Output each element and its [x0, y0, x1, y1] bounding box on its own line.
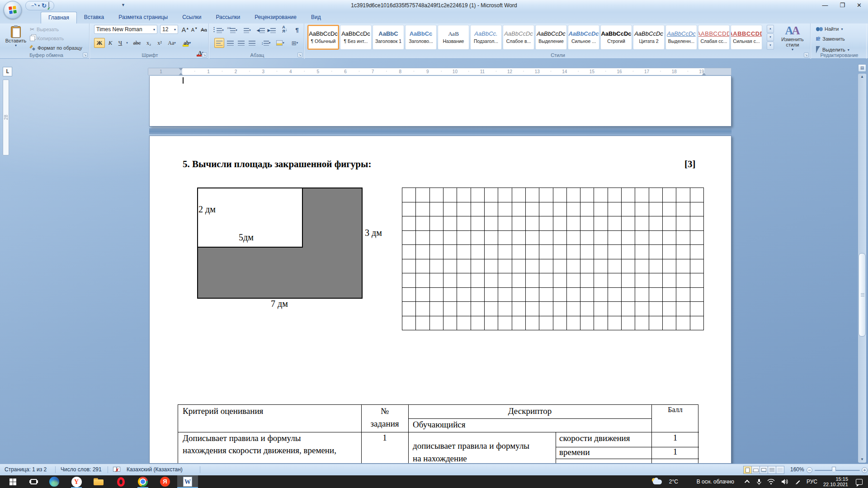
- zoom-slider-track[interactable]: [815, 470, 860, 471]
- style-chip[interactable]: AaBbCcDcВыделенн...: [665, 25, 697, 50]
- taskbar-yandex[interactable]: Я: [156, 475, 174, 488]
- weather-temp[interactable]: 2°C: [669, 479, 678, 485]
- line-spacing-button[interactable]: ↕▾: [259, 38, 272, 48]
- strikethrough-button[interactable]: abc: [131, 38, 143, 48]
- paste-dropdown-icon[interactable]: ▾: [15, 43, 17, 47]
- page-2[interactable]: 5. Вычисли площадь закрашенной фигуры: […: [149, 136, 731, 464]
- shading-button[interactable]: ▾: [274, 38, 287, 48]
- web-layout-button[interactable]: [760, 466, 768, 474]
- first-line-indent-marker[interactable]: [179, 68, 183, 70]
- scrollbar-thumb[interactable]: [859, 253, 866, 337]
- taskbar-chrome[interactable]: [134, 475, 152, 488]
- task-view-button[interactable]: [24, 475, 42, 488]
- underline-dropdown-icon[interactable]: ▾: [125, 38, 129, 48]
- microphone-icon[interactable]: [756, 479, 762, 485]
- ribbon-tab[interactable]: Рецензирование: [247, 12, 304, 23]
- style-chip[interactable]: AaBbCcDcСильное ...: [568, 25, 599, 50]
- outline-button[interactable]: [768, 466, 776, 474]
- replace-button[interactable]: abac Заменить: [816, 36, 845, 42]
- multilevel-list-button[interactable]: ▾: [241, 25, 253, 35]
- weather-icon[interactable]: [651, 478, 663, 485]
- superscript-button[interactable]: x²: [155, 38, 165, 48]
- chevron-down-icon[interactable]: ▾: [153, 28, 155, 32]
- style-chip[interactable]: AaBbCcDcСлабое в...: [503, 25, 534, 50]
- taskbar-edge[interactable]: [45, 475, 63, 488]
- style-chip[interactable]: AaBbCcDcСтрогий: [600, 25, 632, 50]
- styles-scroll-up-icon[interactable]: ▲: [767, 25, 774, 33]
- style-chip[interactable]: AABBCCDDСильная с...: [731, 25, 762, 50]
- close-button[interactable]: ✕: [857, 0, 862, 11]
- style-chip[interactable]: AABBCCDDСлабая сс...: [698, 25, 730, 50]
- ribbon-tab[interactable]: Вид: [304, 12, 328, 23]
- print-layout-button[interactable]: [743, 466, 752, 474]
- word-count[interactable]: Число слов: 291: [61, 466, 102, 473]
- horizontal-ruler[interactable]: 1 1·2·3·4·5·6·7·8·9·10·11·12·13·14·15·16…: [148, 68, 731, 75]
- copy-button[interactable]: Копировать: [30, 36, 64, 41]
- align-center-button[interactable]: [225, 38, 235, 48]
- change-styles-button[interactable]: АА Изменить стили ▾: [776, 25, 809, 56]
- style-chip[interactable]: АаВНазвание: [438, 25, 469, 50]
- page-1-bottom[interactable]: [149, 76, 731, 127]
- page-indicator[interactable]: Страница: 1 из 2: [5, 466, 47, 473]
- taskbar-word-active[interactable]: W: [177, 475, 198, 488]
- underline-button[interactable]: Ч: [116, 38, 125, 48]
- chevron-down-icon[interactable]: ▾: [174, 28, 176, 32]
- justify-button[interactable]: [247, 38, 257, 48]
- style-chip[interactable]: AaBbCc.Подзагол...: [470, 25, 502, 50]
- clear-formatting-button[interactable]: Аа: [200, 25, 208, 35]
- grow-font-button[interactable]: А▲: [181, 25, 190, 35]
- zoom-in-button[interactable]: +: [862, 467, 868, 473]
- italic-button[interactable]: K: [106, 38, 115, 48]
- paragraph-dialog-launcher[interactable]: ↘: [297, 52, 302, 57]
- sort-button[interactable]: АЯ↓: [279, 24, 290, 34]
- zoom-out-button[interactable]: −: [807, 467, 812, 473]
- show-marks-button[interactable]: ¶: [292, 25, 302, 35]
- font-size-combo[interactable]: 12▾: [160, 25, 178, 34]
- start-button[interactable]: [4, 475, 22, 488]
- taskbar-yandex-browser[interactable]: Y: [67, 475, 85, 488]
- style-chip[interactable]: AaBbCcЗаголово...: [405, 25, 437, 50]
- scroll-up-icon[interactable]: ▲: [858, 74, 866, 80]
- find-button[interactable]: Найти▾: [816, 26, 843, 32]
- ruler-toggle-button[interactable]: ▤: [858, 64, 866, 72]
- vertical-scrollbar[interactable]: ▲ ▼: [858, 74, 866, 463]
- language-switcher[interactable]: РУС: [807, 479, 817, 485]
- scroll-down-icon[interactable]: ▼: [858, 456, 866, 463]
- wifi-icon[interactable]: [767, 479, 775, 485]
- ribbon-tab[interactable]: Рассылки: [208, 12, 247, 23]
- zoom-slider-thumb[interactable]: [832, 467, 836, 473]
- align-left-button[interactable]: [214, 38, 224, 48]
- pen-icon[interactable]: [795, 479, 801, 485]
- styles-dialog-launcher[interactable]: ↘: [804, 52, 809, 57]
- taskbar-opera[interactable]: [112, 475, 130, 488]
- ribbon-tab[interactable]: Вставка: [77, 12, 112, 23]
- style-chip[interactable]: AaBbCЗаголовок 1: [373, 25, 404, 50]
- language-indicator[interactable]: Казахский (Казахстан): [127, 466, 183, 473]
- shrink-font-button[interactable]: А▼: [190, 25, 198, 35]
- office-button[interactable]: [4, 1, 22, 19]
- paste-button[interactable]: Вставить ▾: [5, 25, 26, 52]
- ribbon-tab[interactable]: Разметка страницы: [111, 12, 175, 23]
- clipboard-dialog-launcher[interactable]: ↘: [83, 52, 88, 57]
- font-family-combo[interactable]: Times New Roman▾: [94, 25, 157, 34]
- decrease-indent-button[interactable]: ◀: [256, 25, 266, 35]
- format-painter-button[interactable]: Формат по образцу: [30, 45, 82, 51]
- notification-center-icon[interactable]: [856, 479, 863, 485]
- bullets-button[interactable]: ▾: [214, 25, 226, 35]
- clock[interactable]: 15:15 22.10.2021: [823, 476, 848, 487]
- restore-button[interactable]: ❐: [840, 0, 845, 11]
- hidden-icons-chevron[interactable]: [745, 480, 750, 485]
- borders-button[interactable]: ⊞▾: [288, 38, 301, 48]
- cut-button[interactable]: ✂ Вырезать: [30, 26, 59, 33]
- style-chip[interactable]: AaBbCcDc¶ Без инт...: [340, 25, 372, 50]
- increase-indent-button[interactable]: ▶: [267, 25, 277, 35]
- zoom-level[interactable]: 160%: [790, 466, 804, 473]
- styles-more-icon[interactable]: ▼: [767, 42, 774, 50]
- spellcheck-icon[interactable]: ✗: [113, 467, 120, 473]
- style-chip[interactable]: AaBbCcDcВыделение: [535, 25, 567, 50]
- change-case-button[interactable]: Aa▾: [165, 38, 178, 48]
- subscript-button[interactable]: x₂: [144, 38, 154, 48]
- ribbon-tab[interactable]: Ссылки: [175, 12, 208, 23]
- weather-text[interactable]: В осн. облачно: [697, 479, 734, 485]
- bold-button[interactable]: Ж: [94, 38, 105, 48]
